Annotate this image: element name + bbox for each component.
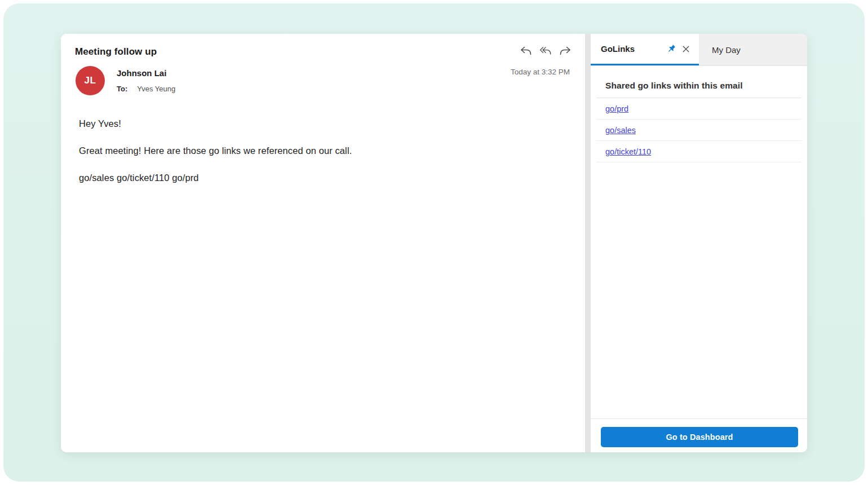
email-timestamp: Today at 3:32 PM <box>511 68 570 76</box>
email-subject: Meeting follow up <box>75 46 157 58</box>
email-reading-pane: Meeting follow up <box>61 34 585 452</box>
tab-my-day-label: My Day <box>712 45 741 55</box>
email-body-paragraph: go/sales go/ticket/110 go/prd <box>79 173 551 183</box>
reply-icon[interactable] <box>520 45 532 56</box>
go-link-list: go/prd go/sales go/ticket/110 <box>591 98 807 162</box>
reply-all-icon[interactable] <box>539 45 552 56</box>
to-label: To: <box>117 85 127 93</box>
pane-divider <box>585 34 591 452</box>
pin-icon[interactable] <box>666 44 676 54</box>
forward-icon[interactable] <box>559 45 572 56</box>
go-link-row: go/prd <box>596 98 801 120</box>
email-body: Hey Yves! Great meeting! Here are those … <box>79 118 551 200</box>
recipient-name: Yves Yeung <box>137 85 175 93</box>
sender-name: Johnson Lai <box>117 68 166 78</box>
email-body-paragraph: Great meeting! Here are those go links w… <box>79 146 551 156</box>
close-icon[interactable] <box>681 44 691 54</box>
go-to-dashboard-button[interactable]: Go to Dashboard <box>601 427 798 447</box>
go-link-sales[interactable]: go/sales <box>605 126 636 135</box>
tab-golinks-label: GoLinks <box>601 44 635 54</box>
mail-app-window: Meeting follow up <box>61 34 807 452</box>
addin-sidebar: GoLinks My Day <box>591 34 807 452</box>
go-link-ticket-110[interactable]: go/ticket/110 <box>605 147 651 156</box>
email-body-paragraph: Hey Yves! <box>79 118 551 129</box>
recipient-row: To:Yves Yeung <box>117 85 175 93</box>
tab-golinks[interactable]: GoLinks <box>591 34 699 65</box>
sidebar-footer: Go to Dashboard <box>591 418 807 452</box>
sender-initials: JL <box>85 75 96 86</box>
addin-tab-bar: GoLinks My Day <box>591 34 807 66</box>
sender-avatar[interactable]: JL <box>76 66 105 95</box>
tab-my-day[interactable]: My Day <box>699 34 807 65</box>
shared-links-heading: Shared go links within this email <box>605 81 743 91</box>
message-action-toolbar <box>520 45 572 56</box>
go-link-row: go/sales <box>596 120 801 141</box>
go-link-prd[interactable]: go/prd <box>605 104 628 113</box>
go-link-row: go/ticket/110 <box>596 141 801 162</box>
